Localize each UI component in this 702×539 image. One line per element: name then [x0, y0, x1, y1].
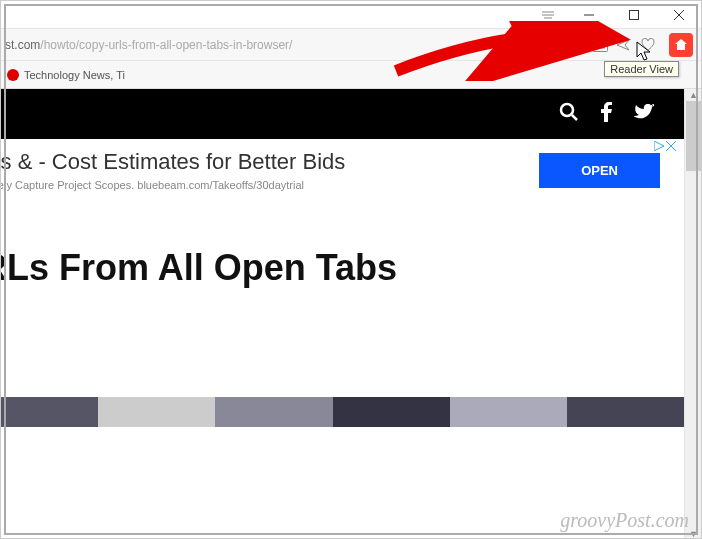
vertical-scrollbar[interactable]: ▲ ▼: [684, 89, 701, 539]
article-hero-image: [1, 397, 684, 427]
ad-choices[interactable]: [654, 141, 676, 151]
reader-view-tooltip: Reader View: [604, 61, 679, 77]
svg-rect-1: [593, 38, 608, 51]
article-date: 1, 2019: [1, 362, 684, 377]
reader-view-icon[interactable]: [591, 36, 609, 54]
url-field[interactable]: st.com/howto/copy-urls-from-all-open-tab…: [1, 38, 585, 52]
svg-rect-0: [629, 10, 638, 19]
url-host: st.com: [5, 38, 40, 52]
scroll-thumb[interactable]: [686, 101, 701, 171]
watermark: groovyPost.com: [560, 509, 689, 532]
content-viewport: akeoffs & - Cost Estimates for Better Bi…: [1, 89, 701, 539]
bookmark-label: Technology News, Ti: [24, 69, 125, 81]
panel-button[interactable]: [540, 6, 556, 24]
close-button[interactable]: [656, 1, 701, 29]
article-title: y the URLs From All Open Tabs wser: [1, 246, 684, 332]
maximize-button[interactable]: [611, 1, 656, 29]
article-body: y the URLs From All Open Tabs wser 1, 20…: [1, 246, 684, 427]
svg-point-2: [561, 104, 573, 116]
search-icon[interactable]: [559, 102, 579, 126]
ad-headline[interactable]: akeoffs & - Cost Estimates for Better Bi…: [1, 149, 345, 175]
advertisement: akeoffs & - Cost Estimates for Better Bi…: [1, 139, 684, 206]
bookmarks-toolbar: Technology News, Ti: [1, 61, 701, 89]
webpage: akeoffs & - Cost Estimates for Better Bi…: [1, 89, 684, 539]
window-titlebar: [1, 1, 701, 29]
send-tab-icon[interactable]: [615, 36, 633, 54]
facebook-icon[interactable]: [601, 102, 612, 126]
scroll-up-arrow[interactable]: ▲: [685, 89, 701, 101]
ad-subline: mprehensively Capture Project Scopes. bl…: [1, 179, 345, 191]
url-path: /howto/copy-urls-from-all-open-tabs-in-b…: [40, 38, 292, 52]
minimize-button[interactable]: [566, 1, 611, 29]
home-button[interactable]: [669, 33, 693, 57]
address-bar: st.com/howto/copy-urls-from-all-open-tab…: [1, 29, 701, 61]
bookmark-favicon: [7, 69, 19, 81]
mouse-cursor: [636, 41, 654, 63]
site-header: [1, 89, 684, 139]
bookmark-item[interactable]: Technology News, Ti: [7, 69, 125, 81]
twitter-icon[interactable]: [634, 104, 654, 125]
ad-open-button[interactable]: OPEN: [539, 153, 660, 188]
